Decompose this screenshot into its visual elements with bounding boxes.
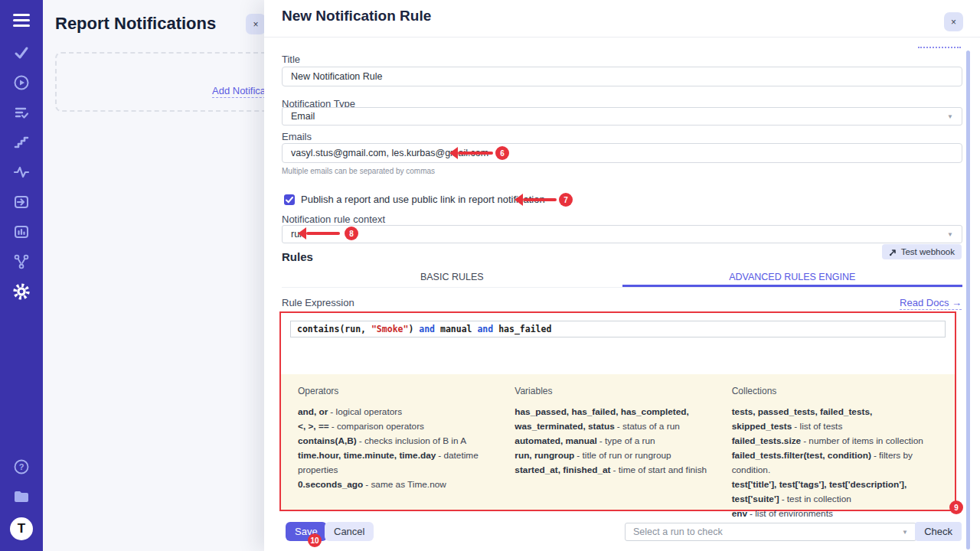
emails-helper-text: Multiple emails can be separated by comm… <box>282 167 435 175</box>
run-to-check-select[interactable]: Select a run to check ▼ <box>625 523 916 541</box>
webhook-arrows-icon <box>889 248 897 256</box>
title-label: Title <box>282 54 300 65</box>
check-icon[interactable] <box>12 44 31 62</box>
publish-report-checkbox-row[interactable]: Publish a report and use public link in … <box>284 194 545 205</box>
code-text: contains(run, <box>297 324 371 334</box>
help-entry: failed_tests.size- number of items in co… <box>732 434 938 448</box>
app-root: ? T Report Notifications × Add Notifica … <box>0 0 980 551</box>
gear-icon[interactable] <box>12 282 31 301</box>
help-column-variables: Variables has_passed, has_failed, has_co… <box>514 386 720 510</box>
panel-close-button[interactable]: × <box>246 14 266 34</box>
help-column-operators: Operators and, or- logical operators <, … <box>298 386 504 510</box>
svg-text:?: ? <box>19 462 24 471</box>
test-webhook-label: Test webhook <box>901 247 955 256</box>
code-text: manual <box>435 324 477 334</box>
empty-notifications-dropzone: Add Notifica <box>55 52 288 112</box>
help-entry: failed_tests.filter(test, condition)- fi… <box>732 448 938 478</box>
rules-tabs: BASIC RULES ADVANCED RULES ENGINE <box>282 267 962 288</box>
add-notification-link[interactable]: Add Notifica <box>212 85 266 98</box>
emails-input[interactable] <box>282 143 962 163</box>
code-text: has_failed <box>493 324 551 334</box>
chevron-down-icon: ▼ <box>947 231 953 238</box>
activity-icon[interactable] <box>12 163 31 181</box>
help-column-title: Collections <box>732 386 938 396</box>
user-avatar[interactable]: T <box>10 517 33 540</box>
help-column-collections: Collections tests, passed_tests, failed_… <box>732 386 938 510</box>
help-entry: <, >, ==- comparison operators <box>298 419 504 434</box>
modal-title: New Notification Rule <box>282 8 431 24</box>
checkbox-checked-icon[interactable] <box>284 194 295 205</box>
help-entry: time.hour, time.minute, time.day- dateti… <box>298 448 504 478</box>
annotation-badge-10: 10 <box>308 533 322 547</box>
chevron-down-icon: ▼ <box>947 113 953 120</box>
new-notification-rule-modal: New Notification Rule × Title Notificati… <box>264 0 980 551</box>
code-string: "Smoke" <box>371 324 408 334</box>
close-icon: × <box>253 19 258 30</box>
bar-chart-icon[interactable] <box>12 223 31 241</box>
rule-expression-label: Rule Expression <box>282 297 354 308</box>
header-divider <box>264 37 980 37</box>
help-entry: automated, manual- type of a run <box>514 434 720 448</box>
panel-title: Report Notifications <box>55 14 216 34</box>
folder-icon[interactable] <box>12 487 31 506</box>
annotation-arrow-8 <box>306 232 340 235</box>
notification-type-value: Email <box>291 111 315 122</box>
close-icon: × <box>951 17 956 28</box>
annotation-badge-9: 9 <box>949 500 963 514</box>
annotation-badge-8: 8 <box>345 227 358 240</box>
title-input[interactable] <box>282 67 962 86</box>
rules-heading: Rules <box>282 250 313 263</box>
list-check-icon[interactable] <box>12 103 31 122</box>
code-keyword: and <box>419 324 435 334</box>
code-keyword: and <box>477 324 493 334</box>
read-docs-link[interactable]: Read Docs → <box>900 297 962 310</box>
annotation-arrow-6 <box>458 152 493 155</box>
report-notifications-panel: Report Notifications × Add Notifica <box>43 0 264 551</box>
help-entry: started_at, finished_at- time of start a… <box>514 463 720 478</box>
help-entry: tests, passed_tests, failed_tests, skipp… <box>732 405 938 434</box>
chevron-down-icon: ▼ <box>902 529 908 536</box>
rule-context-label: Notification rule context <box>282 214 385 225</box>
branch-icon[interactable] <box>12 253 31 271</box>
help-column-title: Variables <box>514 386 720 396</box>
publish-report-label: Publish a report and use public link in … <box>301 194 545 205</box>
rule-expression-input[interactable]: contains(run, "Smoke") and manual and ha… <box>290 321 946 337</box>
test-webhook-button[interactable]: Test webhook <box>882 244 962 259</box>
help-entry: test['title'], test['tags'], test['descr… <box>732 478 938 507</box>
code-text: ) <box>408 324 419 334</box>
sidebar: ? T <box>0 0 43 551</box>
help-circle-icon[interactable]: ? <box>12 458 31 476</box>
annotation-box-9: contains(run, "Smoke") and manual and ha… <box>279 311 956 511</box>
check-button[interactable]: Check <box>915 522 962 541</box>
play-circle-icon[interactable] <box>12 73 31 92</box>
annotation-badge-6: 6 <box>495 146 509 160</box>
expression-help-panel: Operators and, or- logical operators <, … <box>281 374 955 510</box>
tab-advanced-rules-engine[interactable]: ADVANCED RULES ENGINE <box>622 267 963 287</box>
menu-icon[interactable] <box>12 14 31 27</box>
rule-context-select[interactable]: run ▼ <box>282 225 962 243</box>
help-entry: run, rungroup- title of run or rungroup <box>514 448 720 463</box>
cancel-button[interactable]: Cancel <box>325 522 374 541</box>
tab-basic-rules[interactable]: BASIC RULES <box>282 267 622 287</box>
dotted-divider <box>918 47 961 48</box>
help-entry: and, or- logical operators <box>298 405 504 419</box>
emails-label: Emails <box>282 131 312 142</box>
annotation-arrow-7 <box>523 198 557 201</box>
box-arrow-in-icon[interactable] <box>12 193 31 211</box>
run-select-placeholder: Select a run to check <box>633 527 723 537</box>
help-entry: has_passed, has_failed, has_completed, w… <box>514 405 720 434</box>
help-entry: 0.seconds_ago- same as Time.now <box>298 478 504 492</box>
help-column-title: Operators <box>298 386 504 396</box>
help-entry: contains(A,B)- checks inclusion of B in … <box>298 434 504 448</box>
annotation-badge-7: 7 <box>559 193 573 207</box>
vertical-scrollbar[interactable] <box>966 51 970 549</box>
modal-close-button[interactable]: × <box>944 12 963 31</box>
notification-type-select[interactable]: Email ▼ <box>282 107 962 126</box>
steps-icon[interactable] <box>12 133 31 152</box>
help-entry: env- list of environments <box>732 507 938 521</box>
